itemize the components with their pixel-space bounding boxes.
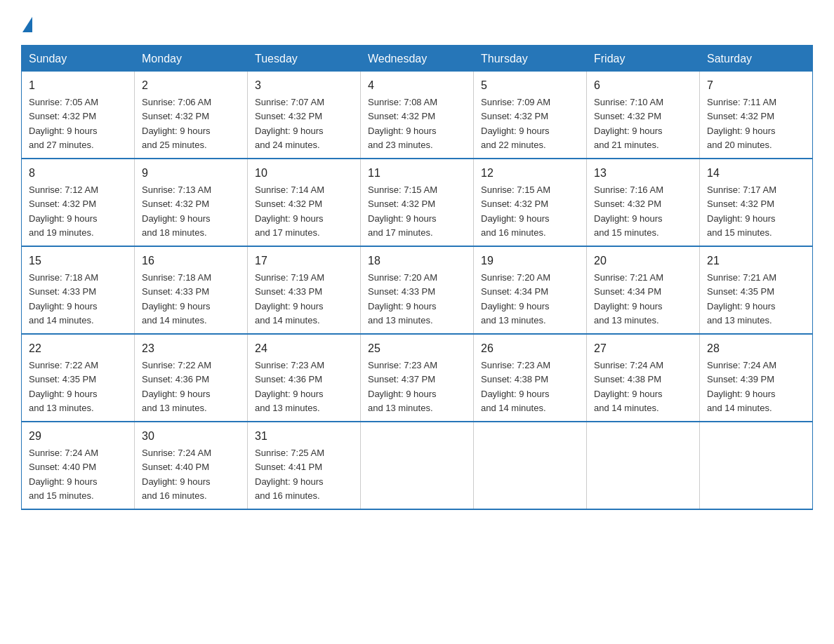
day-number: 23 (142, 340, 240, 357)
week-row-2: 8 Sunrise: 7:12 AMSunset: 4:32 PMDayligh… (22, 159, 813, 246)
header-saturday: Saturday (700, 46, 813, 72)
calendar-cell: 24 Sunrise: 7:23 AMSunset: 4:36 PMDaylig… (248, 334, 361, 422)
day-number: 4 (368, 77, 466, 94)
day-info: Sunrise: 7:12 AMSunset: 4:32 PMDaylight:… (29, 185, 98, 238)
day-info: Sunrise: 7:23 AMSunset: 4:37 PMDaylight:… (368, 360, 437, 413)
day-info: Sunrise: 7:24 AMSunset: 4:40 PMDaylight:… (142, 448, 211, 501)
calendar-cell: 15 Sunrise: 7:18 AMSunset: 4:33 PMDaylig… (22, 246, 135, 334)
calendar-table: SundayMondayTuesdayWednesdayThursdayFrid… (21, 45, 813, 510)
day-info: Sunrise: 7:06 AMSunset: 4:32 PMDaylight:… (142, 97, 211, 150)
day-info: Sunrise: 7:22 AMSunset: 4:35 PMDaylight:… (29, 360, 98, 413)
calendar-cell: 25 Sunrise: 7:23 AMSunset: 4:37 PMDaylig… (361, 334, 474, 422)
day-info: Sunrise: 7:25 AMSunset: 4:41 PMDaylight:… (255, 448, 324, 501)
day-info: Sunrise: 7:09 AMSunset: 4:32 PMDaylight:… (481, 97, 550, 150)
calendar-cell (474, 422, 587, 509)
week-row-5: 29 Sunrise: 7:24 AMSunset: 4:40 PMDaylig… (22, 422, 813, 509)
calendar-cell: 23 Sunrise: 7:22 AMSunset: 4:36 PMDaylig… (135, 334, 248, 422)
calendar-cell: 3 Sunrise: 7:07 AMSunset: 4:32 PMDayligh… (248, 72, 361, 159)
day-number: 26 (481, 340, 579, 357)
calendar-cell: 19 Sunrise: 7:20 AMSunset: 4:34 PMDaylig… (474, 246, 587, 334)
day-number: 19 (481, 253, 579, 269)
day-info: Sunrise: 7:08 AMSunset: 4:32 PMDaylight:… (368, 97, 437, 150)
calendar-cell: 14 Sunrise: 7:17 AMSunset: 4:32 PMDaylig… (700, 159, 813, 246)
day-info: Sunrise: 7:21 AMSunset: 4:34 PMDaylight:… (594, 272, 663, 326)
day-number: 9 (142, 165, 240, 182)
day-info: Sunrise: 7:16 AMSunset: 4:32 PMDaylight:… (594, 185, 663, 238)
calendar-cell: 16 Sunrise: 7:18 AMSunset: 4:33 PMDaylig… (135, 246, 248, 334)
day-info: Sunrise: 7:17 AMSunset: 4:32 PMDaylight:… (707, 185, 776, 238)
day-number: 6 (594, 77, 692, 94)
day-number: 16 (142, 253, 240, 269)
calendar-cell: 4 Sunrise: 7:08 AMSunset: 4:32 PMDayligh… (361, 72, 474, 159)
header-thursday: Thursday (474, 46, 587, 72)
day-info: Sunrise: 7:23 AMSunset: 4:38 PMDaylight:… (481, 360, 550, 413)
calendar-cell: 18 Sunrise: 7:20 AMSunset: 4:33 PMDaylig… (361, 246, 474, 334)
day-info: Sunrise: 7:20 AMSunset: 4:33 PMDaylight:… (368, 272, 437, 326)
header-sunday: Sunday (22, 46, 135, 72)
calendar-cell: 9 Sunrise: 7:13 AMSunset: 4:32 PMDayligh… (135, 159, 248, 246)
header-monday: Monday (135, 46, 248, 72)
day-info: Sunrise: 7:14 AMSunset: 4:32 PMDaylight:… (255, 185, 324, 238)
day-number: 11 (368, 165, 466, 182)
page-header (21, 14, 813, 32)
day-info: Sunrise: 7:07 AMSunset: 4:32 PMDaylight:… (255, 97, 324, 150)
day-info: Sunrise: 7:15 AMSunset: 4:32 PMDaylight:… (368, 185, 437, 238)
calendar-cell: 22 Sunrise: 7:22 AMSunset: 4:35 PMDaylig… (22, 334, 135, 422)
logo (21, 14, 35, 32)
calendar-cell: 20 Sunrise: 7:21 AMSunset: 4:34 PMDaylig… (587, 246, 700, 334)
day-info: Sunrise: 7:10 AMSunset: 4:32 PMDaylight:… (594, 97, 663, 150)
day-number: 22 (29, 340, 127, 357)
day-number: 20 (594, 253, 692, 269)
day-number: 31 (255, 428, 353, 445)
day-info: Sunrise: 7:24 AMSunset: 4:39 PMDaylight:… (707, 360, 776, 413)
day-number: 10 (255, 165, 353, 182)
day-number: 29 (29, 428, 127, 445)
day-info: Sunrise: 7:19 AMSunset: 4:33 PMDaylight:… (255, 272, 324, 326)
calendar-cell: 30 Sunrise: 7:24 AMSunset: 4:40 PMDaylig… (135, 422, 248, 509)
day-info: Sunrise: 7:18 AMSunset: 4:33 PMDaylight:… (29, 272, 98, 326)
day-info: Sunrise: 7:05 AMSunset: 4:32 PMDaylight:… (29, 97, 98, 150)
day-info: Sunrise: 7:18 AMSunset: 4:33 PMDaylight:… (142, 272, 211, 326)
day-info: Sunrise: 7:24 AMSunset: 4:38 PMDaylight:… (594, 360, 663, 413)
header-friday: Friday (587, 46, 700, 72)
day-info: Sunrise: 7:24 AMSunset: 4:40 PMDaylight:… (29, 448, 98, 501)
day-number: 3 (255, 77, 353, 94)
calendar-cell: 17 Sunrise: 7:19 AMSunset: 4:33 PMDaylig… (248, 246, 361, 334)
day-number: 24 (255, 340, 353, 357)
day-number: 8 (29, 165, 127, 182)
calendar-cell: 10 Sunrise: 7:14 AMSunset: 4:32 PMDaylig… (248, 159, 361, 246)
calendar-cell: 12 Sunrise: 7:15 AMSunset: 4:32 PMDaylig… (474, 159, 587, 246)
week-row-3: 15 Sunrise: 7:18 AMSunset: 4:33 PMDaylig… (22, 246, 813, 334)
day-info: Sunrise: 7:20 AMSunset: 4:34 PMDaylight:… (481, 272, 550, 326)
day-number: 14 (707, 165, 805, 182)
day-number: 27 (594, 340, 692, 357)
calendar-header-row: SundayMondayTuesdayWednesdayThursdayFrid… (22, 46, 813, 72)
calendar-cell (700, 422, 813, 509)
day-info: Sunrise: 7:13 AMSunset: 4:32 PMDaylight:… (142, 185, 211, 238)
header-tuesday: Tuesday (248, 46, 361, 72)
day-number: 30 (142, 428, 240, 445)
day-number: 1 (29, 77, 127, 94)
day-info: Sunrise: 7:11 AMSunset: 4:32 PMDaylight:… (707, 97, 776, 150)
calendar-cell: 21 Sunrise: 7:21 AMSunset: 4:35 PMDaylig… (700, 246, 813, 334)
calendar-cell (361, 422, 474, 509)
day-number: 21 (707, 253, 805, 269)
day-number: 25 (368, 340, 466, 357)
calendar-cell: 11 Sunrise: 7:15 AMSunset: 4:32 PMDaylig… (361, 159, 474, 246)
week-row-1: 1 Sunrise: 7:05 AMSunset: 4:32 PMDayligh… (22, 72, 813, 159)
day-info: Sunrise: 7:23 AMSunset: 4:36 PMDaylight:… (255, 360, 324, 413)
calendar-cell: 13 Sunrise: 7:16 AMSunset: 4:32 PMDaylig… (587, 159, 700, 246)
calendar-cell: 2 Sunrise: 7:06 AMSunset: 4:32 PMDayligh… (135, 72, 248, 159)
day-number: 13 (594, 165, 692, 182)
calendar-cell: 27 Sunrise: 7:24 AMSunset: 4:38 PMDaylig… (587, 334, 700, 422)
day-number: 7 (707, 77, 805, 94)
day-number: 18 (368, 253, 466, 269)
day-number: 17 (255, 253, 353, 269)
calendar-cell (587, 422, 700, 509)
day-number: 15 (29, 253, 127, 269)
day-info: Sunrise: 7:21 AMSunset: 4:35 PMDaylight:… (707, 272, 776, 326)
calendar-cell: 1 Sunrise: 7:05 AMSunset: 4:32 PMDayligh… (22, 72, 135, 159)
calendar-cell: 7 Sunrise: 7:11 AMSunset: 4:32 PMDayligh… (700, 72, 813, 159)
day-info: Sunrise: 7:22 AMSunset: 4:36 PMDaylight:… (142, 360, 211, 413)
day-number: 28 (707, 340, 805, 357)
